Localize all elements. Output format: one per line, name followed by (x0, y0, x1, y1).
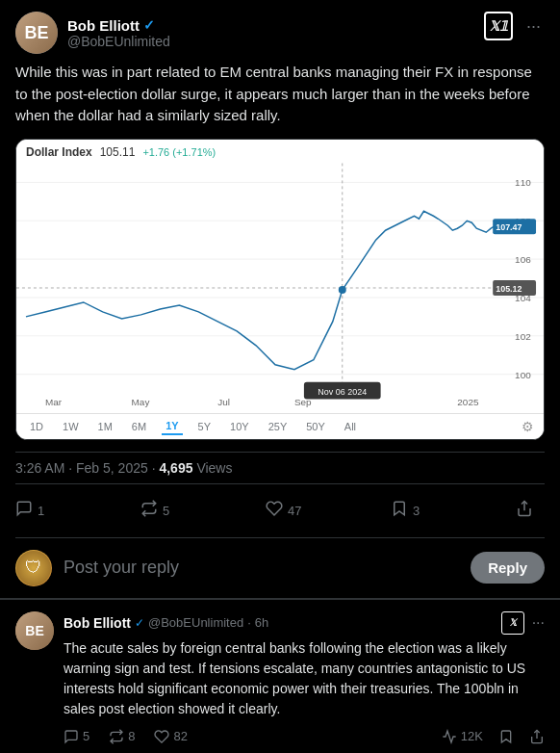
avatar[interactable]: BE (15, 12, 58, 54)
sub-action-last: 12K (442, 729, 545, 744)
actions-bar: 1 5 47 3 (15, 484, 545, 538)
svg-text:Mar: Mar (45, 396, 63, 406)
time-1y[interactable]: 1Y (162, 418, 182, 435)
sub-actions: 5 8 82 12K (64, 729, 545, 744)
sub-display-name: Bob Elliott (64, 615, 131, 631)
sub-time-ago: 6h (255, 615, 268, 630)
sub-reply-count: 5 (83, 729, 89, 743)
sub-verified-badge: ✓ (135, 616, 144, 630)
chart-time-selector: 1D 1W 1M 6M 1Y 5Y 10Y 25Y 50Y All ⚙ (16, 413, 544, 439)
display-name: Bob Elliott ✓ (67, 17, 170, 34)
sub-bookmark-action[interactable] (498, 729, 514, 744)
sub-tweet-text: The acute sales by foreign central banks… (64, 638, 545, 719)
chart-header: Dollar Index 105.11 +1.76 (+1.71%) (16, 140, 544, 163)
tweet-timestamp: 3:26 AM · Feb 5, 2025 · (15, 460, 159, 476)
share-icon (516, 500, 533, 522)
avatar-image: BE (15, 12, 58, 54)
tweet-header-left: BE Bob Elliott ✓ @BobEUnlimited (15, 12, 170, 54)
sub-xi-logo[interactable]: 𝕏 (501, 611, 524, 635)
reply-box: 🛡 Post your reply Reply (0, 538, 560, 599)
time-25y[interactable]: 25Y (265, 419, 292, 434)
svg-text:100: 100 (515, 369, 531, 379)
time-6m[interactable]: 6M (128, 419, 150, 434)
tweet-views-count: 4,695 (159, 460, 192, 476)
sub-share-action[interactable] (529, 729, 545, 744)
svg-text:2025: 2025 (457, 396, 479, 406)
retweet-icon (140, 500, 158, 522)
svg-text:105.12: 105.12 (496, 283, 522, 293)
svg-text:110: 110 (515, 177, 531, 188)
sub-retweet-count: 8 (128, 729, 135, 743)
chart-settings-icon[interactable]: ⚙ (522, 419, 534, 434)
sub-avatar-image: BE (15, 611, 54, 650)
reply-icon (15, 500, 33, 522)
username: @BobEUnlimited (67, 34, 170, 49)
svg-text:Jul: Jul (217, 396, 230, 406)
svg-text:102: 102 (515, 330, 531, 341)
chart-change: +1.76 (+1.71%) (142, 146, 216, 158)
reply-button[interactable]: Reply (471, 552, 545, 584)
sub-avatar[interactable]: BE (15, 611, 54, 650)
main-tweet: BE Bob Elliott ✓ @BobEUnlimited 𝕏𝟙 ··· W… (0, 0, 560, 538)
chart-container: Dollar Index 105.11 +1.76 (+1.71%) 110 1… (15, 139, 545, 440)
chart-price: 105.11 (100, 145, 136, 159)
retweet-count: 5 (163, 504, 169, 518)
sub-reply-action[interactable]: 5 (64, 729, 89, 744)
share-action[interactable] (516, 494, 545, 528)
tweet-header: BE Bob Elliott ✓ @BobEUnlimited 𝕏𝟙 ··· (15, 12, 545, 54)
time-50y[interactable]: 50Y (302, 419, 329, 434)
sub-username: @BobEUnlimited (148, 615, 243, 630)
like-action[interactable]: 47 (266, 494, 391, 528)
reply-avatar: 🛡 (15, 550, 52, 586)
more-options-button[interactable]: ··· (522, 13, 545, 40)
time-5y[interactable]: 5Y (194, 419, 215, 434)
tweet-views-label: Views (196, 460, 232, 476)
chart-title: Dollar Index (26, 145, 92, 159)
like-count: 47 (288, 504, 301, 518)
time-1w[interactable]: 1W (59, 419, 83, 434)
time-10y[interactable]: 10Y (226, 419, 253, 434)
sub-tweet-header: Bob Elliott ✓ @BobEUnlimited · 6h 𝕏 ··· (64, 611, 545, 635)
svg-text:107.47: 107.47 (496, 222, 522, 232)
svg-text:Sep: Sep (294, 396, 312, 406)
bookmark-icon (391, 500, 408, 522)
sub-stats-action[interactable]: 12K (442, 729, 483, 744)
retweet-action[interactable]: 5 (140, 494, 266, 528)
like-icon (266, 500, 283, 522)
svg-text:Nov 06 2024: Nov 06 2024 (318, 386, 367, 396)
user-info: Bob Elliott ✓ @BobEUnlimited (67, 17, 170, 49)
sub-like-count: 82 (173, 729, 187, 743)
time-all[interactable]: All (341, 419, 360, 434)
verified-badge: ✓ (143, 17, 155, 33)
sub-tweet-header-left: Bob Elliott ✓ @BobEUnlimited · 6h (64, 615, 268, 631)
sub-tweet-content: Bob Elliott ✓ @BobEUnlimited · 6h 𝕏 ··· … (64, 611, 545, 744)
time-1d[interactable]: 1D (26, 419, 47, 434)
reply-count: 1 (38, 504, 44, 518)
tweet-meta: 3:26 AM · Feb 5, 2025 · 4,695 Views (15, 452, 545, 484)
sub-like-action[interactable]: 82 (154, 729, 187, 744)
sub-retweet-action[interactable]: 8 (109, 729, 135, 744)
reply-input[interactable]: Post your reply (64, 558, 459, 578)
tweet-text: While this was in part related to EM cen… (15, 62, 545, 127)
reply-action[interactable]: 1 (15, 494, 140, 528)
sub-stats-count: 12K (461, 729, 483, 743)
svg-point-14 (339, 286, 346, 294)
svg-text:May: May (132, 396, 150, 406)
bookmark-count: 3 (413, 504, 420, 518)
xi-logo[interactable]: 𝕏𝟙 (484, 12, 513, 40)
sub-more-options[interactable]: ··· (532, 614, 545, 632)
name-text: Bob Elliott (67, 17, 140, 34)
time-1m[interactable]: 1M (94, 419, 116, 434)
reply-avatar-shield: 🛡 (16, 551, 51, 585)
svg-text:106: 106 (515, 254, 531, 265)
sub-tweet-left: BE (15, 611, 54, 744)
sub-tweet: BE Bob Elliott ✓ @BobEUnlimited · 6h 𝕏 ·… (0, 600, 560, 754)
bookmark-action[interactable]: 3 (391, 494, 516, 528)
chart-svg: 110 108 106 104 102 100 107.47 (16, 163, 544, 413)
